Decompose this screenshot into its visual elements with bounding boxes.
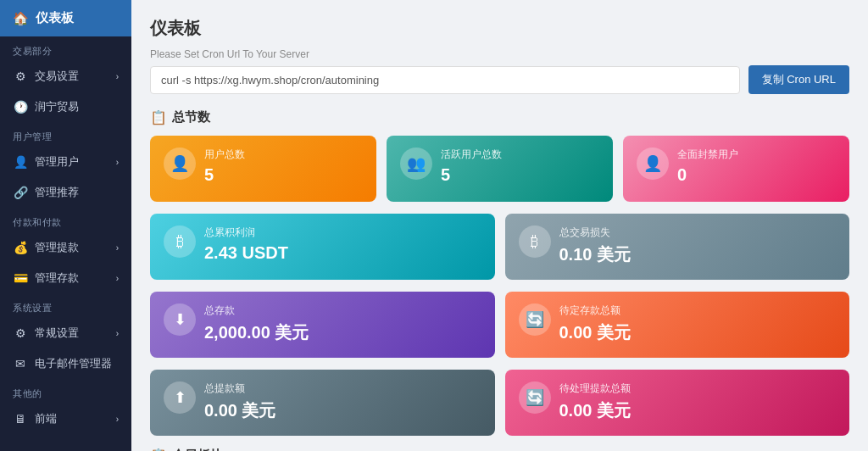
section-users: 用户管理 [0, 122, 131, 147]
card-value-total-profit: 2.43 USDT [204, 243, 288, 263]
chevron-icon: › [116, 72, 119, 81]
card-label-total-deposit: 总存款 [204, 303, 309, 318]
sidebar-item-label: 电子邮件管理器 [35, 356, 112, 371]
card-banned-users: 👤 全面封禁用户 0 [623, 136, 849, 202]
bitcoin-profit-icon: ₿ [164, 226, 196, 258]
card-label-total-withdraw: 总提款额 [204, 381, 275, 396]
sidebar-item-manage-withdraw[interactable]: 💰 管理提款 › [0, 232, 131, 263]
cron-label: Please Set Cron Url To Your Server [150, 48, 849, 60]
card-total-profit: ₿ 总累积利润 2.43 USDT [150, 214, 495, 280]
card-label-pending-withdraw: 待处理提款总额 [559, 381, 631, 396]
chevron-icon: › [116, 415, 119, 424]
calendar-today-icon: 📋 [150, 448, 167, 451]
monitor-icon: 🖥 [13, 412, 28, 426]
card-total-withdraw: ⬆ 总提款额 0.00 美元 [150, 370, 495, 436]
sidebar-item-general-settings[interactable]: ⚙ 常规设置 › [0, 318, 131, 348]
card-total-users: 👤 用户总数 5 [150, 136, 376, 202]
card-label-active-users: 活跃用户总数 [441, 148, 502, 162]
card-label-total-users: 用户总数 [204, 148, 245, 162]
sidebar-item-manage-referrals[interactable]: 🔗 管理推荐 [0, 177, 131, 208]
main-content: 仪表板 Please Set Cron Url To Your Server 复… [131, 0, 868, 451]
card-active-users: 👥 活跃用户总数 5 [387, 136, 613, 202]
card-value-pending-deposit: 0.00 美元 [559, 321, 631, 344]
bitcoin-loss-icon: ₿ [519, 226, 551, 258]
sidebar-item-runningning[interactable]: 🕐 润宁贸易 [0, 92, 131, 122]
link-icon: 🔗 [13, 186, 28, 199]
chevron-icon: › [116, 158, 119, 167]
sidebar-item-trade-settings[interactable]: ⚙ 交易设置 › [0, 61, 131, 92]
stats-row-1: 👤 用户总数 5 👥 活跃用户总数 5 👤 全面封禁用户 [150, 136, 849, 202]
email-icon: ✉ [13, 357, 28, 370]
card-value-total-deposit: 2,000.00 美元 [204, 321, 309, 344]
gear-icon: ⚙ [13, 326, 28, 340]
sidebar-item-label: 管理推荐 [35, 185, 79, 200]
section-other: 其他的 [0, 379, 131, 404]
card-total-deposit: ⬇ 总存款 2,000.00 美元 [150, 292, 495, 358]
pending-deposit-icon: 🔄 [519, 303, 551, 336]
card-label-total-loss: 总交易损失 [559, 226, 631, 240]
card-value-total-withdraw: 0.00 美元 [204, 399, 275, 422]
card-value-pending-withdraw: 0.00 美元 [559, 399, 631, 422]
clock-icon: 🕐 [13, 100, 28, 114]
user-circle-icon: 👤 [164, 148, 196, 180]
card-value-total-users: 5 [204, 165, 245, 185]
card-icon: 💳 [13, 271, 28, 285]
card-label-total-profit: 总累积利润 [204, 226, 288, 240]
settings-icon: ⚙ [13, 70, 28, 83]
money-icon: 💰 [13, 241, 28, 254]
sidebar-item-label: 管理用户 [35, 154, 79, 170]
total-nodes-section-title: 📋 总节数 [150, 109, 849, 125]
stats-row-4: ⬆ 总提款额 0.00 美元 🔄 待处理提款总额 0.00 美元 [150, 370, 849, 436]
sidebar-item-manage-users[interactable]: 👤 管理用户 › [0, 147, 131, 177]
card-value-banned-users: 0 [677, 165, 738, 185]
section-system: 系统设置 [0, 293, 131, 318]
today-blocks-section-title: 📋 今日板块 [150, 448, 849, 451]
sidebar-title: 仪表板 [36, 10, 74, 26]
banned-icon: 👤 [637, 148, 669, 180]
card-value-active-users: 5 [441, 165, 502, 185]
sidebar-item-label: 管理提款 [35, 240, 79, 255]
withdraw-icon: ⬆ [164, 381, 196, 414]
card-total-loss: ₿ 总交易损失 0.10 美元 [505, 214, 850, 280]
users-circle-icon: 👥 [400, 148, 432, 180]
sidebar: 🏠 仪表板 交易部分 ⚙ 交易设置 › 🕐 润宁贸易 用户管理 👤 管理用户 ›… [0, 0, 131, 451]
chevron-icon: › [116, 274, 119, 283]
sidebar-item-frontend[interactable]: 🖥 前端 › [0, 404, 131, 434]
cron-bar: 复制 Cron URL [150, 65, 849, 94]
user-icon: 👤 [13, 155, 28, 169]
sidebar-item-label: 前端 [35, 411, 57, 426]
card-value-total-loss: 0.10 美元 [559, 243, 631, 266]
cron-section: Please Set Cron Url To Your Server 复制 Cr… [150, 48, 849, 94]
page-title: 仪表板 [150, 17, 849, 40]
card-pending-withdraw: 🔄 待处理提款总额 0.00 美元 [505, 370, 850, 436]
sidebar-item-email-manager[interactable]: ✉ 电子邮件管理器 [0, 348, 131, 379]
pending-withdraw-icon: 🔄 [519, 381, 551, 414]
home-icon: 🏠 [13, 11, 29, 26]
sidebar-item-label: 常规设置 [35, 326, 79, 341]
stats-row-3: ⬇ 总存款 2,000.00 美元 🔄 待定存款总额 0.00 美元 [150, 292, 849, 358]
card-pending-deposit: 🔄 待定存款总额 0.00 美元 [505, 292, 850, 358]
section-payments: 付款和付款 [0, 208, 131, 232]
sidebar-item-label: 管理存款 [35, 270, 79, 286]
chevron-icon: › [116, 329, 119, 338]
chevron-icon: › [116, 243, 119, 253]
copy-cron-button[interactable]: 复制 Cron URL [748, 65, 849, 94]
sidebar-item-label: 润宁贸易 [35, 99, 79, 114]
section-trade: 交易部分 [0, 36, 131, 61]
sidebar-item-manage-deposit[interactable]: 💳 管理存款 › [0, 263, 131, 293]
card-label-pending-deposit: 待定存款总额 [559, 303, 631, 318]
card-label-banned-users: 全面封禁用户 [677, 148, 738, 162]
calendar-icon: 📋 [150, 109, 167, 125]
sidebar-header[interactable]: 🏠 仪表板 [0, 0, 131, 36]
sidebar-item-label: 交易设置 [35, 69, 79, 84]
deposit-icon: ⬇ [164, 303, 196, 336]
cron-input[interactable] [150, 66, 740, 94]
stats-row-2: ₿ 总累积利润 2.43 USDT ₿ 总交易损失 0.10 美元 [150, 214, 849, 280]
